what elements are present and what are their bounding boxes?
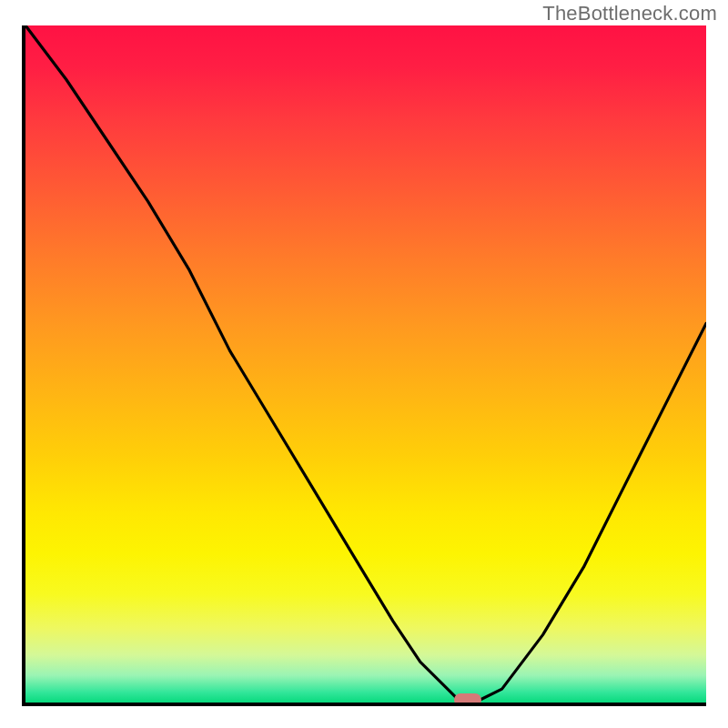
plot-area [22, 25, 706, 706]
optimal-marker [454, 693, 481, 706]
curve-svg [25, 25, 706, 703]
bottleneck-curve [25, 25, 706, 703]
chart-container: TheBottleneck.com [0, 0, 728, 728]
watermark-label: TheBottleneck.com [542, 2, 717, 25]
